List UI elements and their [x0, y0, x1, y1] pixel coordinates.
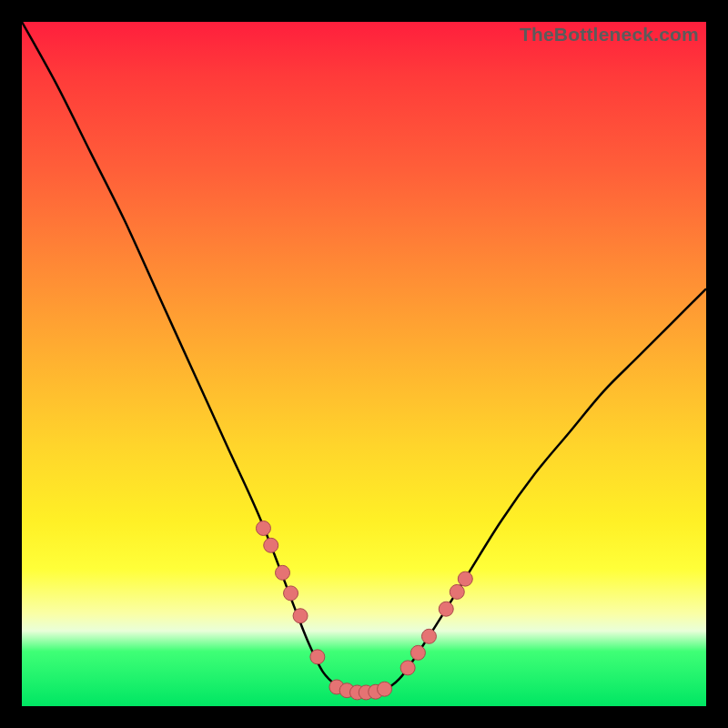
data-point: [439, 602, 453, 616]
data-point: [421, 629, 436, 643]
chart-overlay: [22, 22, 706, 706]
data-point: [410, 645, 425, 660]
watermark-label: TheBottleneck.com: [520, 24, 699, 46]
data-point: [310, 650, 325, 664]
data-point: [450, 584, 464, 599]
data-markers: [256, 521, 472, 699]
chart-plot-area: TheBottleneck.com: [22, 22, 706, 706]
chart-frame: TheBottleneck.com: [0, 0, 728, 728]
data-point: [293, 609, 308, 623]
bottleneck-curve: [22, 22, 706, 693]
data-point: [400, 661, 415, 675]
data-point: [276, 565, 290, 580]
data-point: [256, 521, 270, 535]
data-point: [264, 538, 278, 552]
data-point: [458, 571, 472, 586]
data-point: [378, 682, 392, 696]
data-point: [284, 586, 298, 601]
